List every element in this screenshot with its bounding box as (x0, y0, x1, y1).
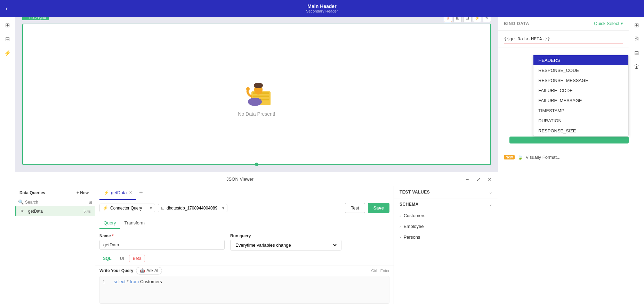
write-query-label: Write Your Query (99, 268, 133, 273)
dropdown-item-response-size[interactable]: RESPONSE_SIZE (533, 126, 628, 136)
new-query-label: + New (77, 190, 89, 195)
dropdown-item-response-code[interactable]: RESPONSE_CODE (533, 65, 628, 75)
apply-button[interactable] (509, 137, 629, 143)
bind-input-area (498, 31, 629, 48)
schema-section: SCHEMA ⌄ › Customers › Employee › Person… (394, 198, 498, 243)
code-editor[interactable]: 1 select * from Customers (99, 276, 389, 304)
toolbar-btn-lightning[interactable]: ⚡ (473, 17, 481, 22)
canvas-widget-area: ↑ ↑ tablegrid 0 ⊞ ⊟ ⚡ ↻ (15, 17, 498, 172)
json-viewer-minimize[interactable]: − (463, 175, 472, 183)
sql-tab-ui[interactable]: UI (116, 255, 128, 262)
bind-data-header: BIND DATA Quick Select ▾ (498, 17, 629, 31)
code-line-1: 1 select * from Customers (103, 279, 386, 284)
json-viewer-title: JSON Viewer (19, 176, 460, 182)
sidebar-icon-db[interactable]: ⊟ (2, 33, 13, 44)
resize-handle[interactable] (255, 163, 258, 166)
sql-tab-beta[interactable]: Beta (129, 255, 145, 262)
json-viewer-close[interactable]: ✕ (485, 175, 494, 183)
sql-select-keyword: select (114, 279, 126, 284)
schema-chevron: ⌄ (489, 202, 492, 207)
visually-format-row[interactable]: New 🍃 Visually Format... (498, 152, 629, 163)
dropdown-item-failure-message[interactable]: FAILURE_MESSAGE (533, 96, 628, 106)
connector-chevron: ▾ (150, 206, 152, 211)
toolbar-btn-refresh[interactable]: ↻ (483, 17, 491, 22)
sidebar-icon-grid[interactable]: ⊞ (2, 19, 13, 31)
svg-point-4 (248, 98, 262, 106)
header-text: Main Header Secondary Header (306, 3, 338, 13)
new-query-button[interactable]: + New (74, 190, 91, 196)
query-item-getData[interactable]: ⊳ getData 5.4s (15, 206, 95, 216)
data-queries-panel: Data Queries + New 🔍 ⊞ ⊳ getData 5.4s (15, 186, 95, 304)
subtab-query[interactable]: Query (99, 219, 120, 229)
ai-icon: 🤖 (140, 268, 145, 273)
layers-icon[interactable]: ⊟ (631, 47, 642, 58)
svg-point-7 (246, 87, 250, 91)
dropdown-item-response-message[interactable]: RESPONSE_MESSAGE (533, 75, 628, 85)
dropdown-item-failure-code[interactable]: FAILURE_CODE (533, 85, 628, 96)
search-icon: 🔍 (18, 199, 24, 205)
json-viewer-bar: JSON Viewer − ⤢ ✕ (15, 172, 498, 186)
pages-icon[interactable]: ⊞ (631, 19, 642, 31)
no-data-container: No Data Present! (23, 24, 490, 164)
toolbar-btn-filter[interactable]: ⊞ (453, 17, 462, 22)
schema-title: SCHEMA (400, 202, 419, 207)
datasource-select[interactable]: ⊡ dhqtestdb_1708944004089 ▾ (158, 204, 227, 212)
toolbar-btn-db[interactable]: ⊟ (463, 17, 472, 22)
sidebar-icon-lightning[interactable]: ⚡ (2, 47, 13, 58)
schema-item-persons[interactable]: › Persons (394, 232, 498, 243)
name-required: * (112, 233, 114, 238)
no-data-text: No Data Present! (238, 111, 275, 117)
connector-icon: ⚡ (103, 205, 108, 211)
tablegrid-toolbar: 0 ⊞ ⊟ ⚡ ↻ (444, 17, 491, 22)
dropdown-item-duration[interactable]: DURATION (533, 116, 628, 126)
run-query-select[interactable]: Everytime variables change On page load … (230, 240, 341, 250)
sql-tabs: SQL UI Beta (95, 255, 394, 265)
dropdown-item-timestamp[interactable]: TIMESTAMP (533, 106, 628, 116)
schema-item-customers[interactable]: › Customers (394, 210, 498, 221)
add-tab-button[interactable]: + (136, 188, 146, 198)
quick-select-chevron: ▾ (621, 21, 623, 26)
back-button[interactable]: ‹ (6, 5, 8, 12)
query-actions: Test Save (345, 203, 389, 213)
test-values-chevron: ⌄ (489, 190, 492, 195)
name-group: Name * (99, 233, 225, 250)
filter-icon[interactable]: ⊞ (89, 200, 92, 205)
write-query-header: Write Your Query 🤖 Ask AI Ctrl Enter (95, 265, 394, 276)
subtab-transform[interactable]: Transform (120, 219, 149, 229)
dropdown-item-headers[interactable]: HEADERS (533, 55, 628, 65)
no-data-illustration (236, 72, 277, 107)
sql-tab-sql[interactable]: SQL (99, 255, 115, 262)
tab-getData[interactable]: ⚡ getData ✕ (99, 186, 136, 200)
bind-data-panel: BIND DATA Quick Select ▾ HEADERS RESPONS… (498, 17, 629, 163)
bind-data-title: BIND DATA (504, 21, 529, 26)
quick-select-button[interactable]: Quick Select ▾ (594, 21, 623, 26)
bind-data-input[interactable] (504, 35, 623, 43)
connector-type-select[interactable]: ⚡ Connector Query ▾ (99, 204, 155, 212)
canvas-area: ↑ ↑ tablegrid 0 ⊞ ⊟ ⚡ ↻ (15, 17, 498, 186)
save-button[interactable]: Save (368, 203, 389, 213)
query-subtabs: Query Transform (95, 216, 394, 229)
test-button[interactable]: Test (345, 203, 365, 213)
bind-dropdown: HEADERS RESPONSE_CODE RESPONSE_MESSAGE F… (533, 55, 629, 136)
tablegrid-label: ↑ ↑ tablegrid (22, 17, 49, 20)
run-query-group: Run query Everytime variables change On … (230, 233, 341, 250)
tablegrid-widget[interactable]: ↑ ↑ tablegrid 0 ⊞ ⊟ ⚡ ↻ (22, 24, 491, 165)
schema-header[interactable]: SCHEMA ⌄ (394, 198, 498, 210)
schema-item-employee[interactable]: › Employee (394, 221, 498, 232)
test-values-header[interactable]: TEST VALUES ⌄ (394, 186, 498, 198)
search-input[interactable] (25, 200, 87, 205)
connector-label: Connector Query (110, 206, 142, 211)
name-input[interactable] (99, 240, 225, 250)
name-run-row: Name * Run query Everytime variables cha… (95, 229, 394, 255)
ask-ai-button[interactable]: 🤖 Ask AI (136, 267, 162, 274)
query-item-name: getData (28, 209, 83, 214)
toolbar-btn-count[interactable]: 0 (444, 17, 452, 22)
run-query-dropdown[interactable]: Everytime variables change On page load … (234, 242, 338, 248)
right-side-panel: TEST VALUES ⌄ SCHEMA ⌄ › Customers › (394, 186, 498, 304)
sql-star: * (127, 279, 130, 284)
tab-close-icon[interactable]: ✕ (129, 190, 132, 195)
secondary-header-title: Secondary Header (306, 9, 338, 13)
copy-icon[interactable]: ⎘ (631, 33, 642, 44)
json-viewer-expand[interactable]: ⤢ (474, 175, 483, 183)
delete-icon[interactable]: 🗑 (631, 61, 642, 72)
